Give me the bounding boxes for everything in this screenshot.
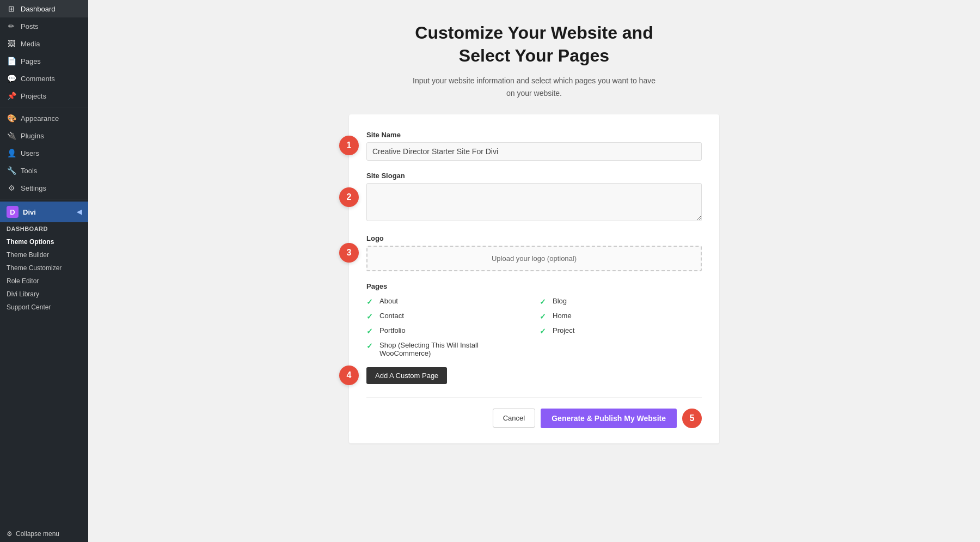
sidebar-item-dashboard[interactable]: ⊞ Dashboard <box>0 0 88 17</box>
support-center-label: Support Center <box>7 303 51 311</box>
check-portfolio-icon: ✓ <box>366 327 375 336</box>
theme-builder-label: Theme Builder <box>7 251 49 259</box>
sidebar-item-theme-options[interactable]: Theme Options <box>0 235 88 248</box>
check-project-icon: ✓ <box>540 327 548 336</box>
pages-label: Pages <box>366 282 702 290</box>
page-shop[interactable]: ✓ Shop (Selecting This Will Install WooC… <box>366 341 529 357</box>
add-custom-wrapper: 4 Add A Custom Page <box>366 367 447 384</box>
publish-button[interactable]: Generate & Publish My Website <box>541 409 677 428</box>
step3-badge: 3 <box>339 243 359 263</box>
media-icon: 🖼 <box>7 39 16 48</box>
site-slogan-label: Site Slogan <box>366 172 702 180</box>
site-slogan-group: 2 Site Slogan <box>366 172 702 223</box>
site-name-group: 1 Site Name <box>366 131 702 161</box>
comments-icon: 💬 <box>7 74 16 83</box>
add-custom-page-button[interactable]: Add A Custom Page <box>366 367 447 384</box>
sidebar-item-settings[interactable]: ⚙ Settings <box>0 179 88 197</box>
sidebar-item-dashboard-label: Dashboard <box>21 5 56 13</box>
collapse-label: Collapse menu <box>16 530 59 538</box>
divi-logo: D <box>7 206 19 218</box>
site-name-label: Site Name <box>366 131 702 139</box>
sidebar-divider-1 <box>0 107 88 107</box>
sidebar-item-theme-builder[interactable]: Theme Builder <box>0 248 88 261</box>
logo-label: Logo <box>366 234 702 242</box>
sidebar-item-projects-label: Projects <box>21 92 46 100</box>
settings-icon: ⚙ <box>7 184 16 192</box>
sidebar-item-posts-label: Posts <box>21 22 39 31</box>
sidebar-item-role-editor[interactable]: Role Editor <box>0 275 88 288</box>
projects-icon: 📌 <box>7 92 16 100</box>
logo-upload-text: Upload your logo (optional) <box>492 254 577 263</box>
check-contact-icon: ✓ <box>366 312 375 321</box>
step5-badge: 5 <box>682 409 702 428</box>
page-project-label: Project <box>553 326 574 334</box>
sidebar-item-projects[interactable]: 📌 Projects <box>0 87 88 105</box>
divi-label: Divi <box>23 208 36 216</box>
step2-badge: 2 <box>339 187 359 207</box>
sidebar-item-tools[interactable]: 🔧 Tools <box>0 162 88 179</box>
divi-header[interactable]: D Divi ◀ <box>0 202 88 222</box>
users-icon: 👤 <box>7 149 16 157</box>
sidebar-item-comments-label: Comments <box>21 75 55 83</box>
page-portfolio-label: Portfolio <box>379 326 406 334</box>
page-title: Customize Your Website andSelect Your Pa… <box>415 22 653 67</box>
page-subtitle: Input your website information and selec… <box>413 75 656 99</box>
sidebar-item-users-label: Users <box>21 149 39 157</box>
logo-group: 3 Logo Upload your logo (optional) <box>366 234 702 271</box>
sidebar-item-theme-customizer[interactable]: Theme Customizer <box>0 261 88 275</box>
page-portfolio[interactable]: ✓ Portfolio <box>366 326 529 336</box>
divi-library-label: Divi Library <box>7 290 39 298</box>
page-project[interactable]: ✓ Project <box>540 326 702 336</box>
sidebar-item-users[interactable]: 👤 Users <box>0 144 88 162</box>
main-content: Customize Your Website andSelect Your Pa… <box>88 0 980 542</box>
pages-grid: ✓ About ✓ Blog ✓ Contact <box>366 297 702 357</box>
page-shop-label: Shop (Selecting This Will Install WooCom… <box>379 341 529 357</box>
sidebar-item-pages[interactable]: 📄 Pages <box>0 52 88 70</box>
logo-upload-area[interactable]: Upload your logo (optional) <box>366 246 702 271</box>
posts-icon: ✏ <box>7 22 16 31</box>
sidebar-item-divi-library[interactable]: Divi Library <box>0 288 88 301</box>
publish-wrapper: Generate & Publish My Website 5 <box>541 409 702 428</box>
sidebar-item-posts[interactable]: ✏ Posts <box>0 17 88 35</box>
sidebar-item-settings-label: Settings <box>21 184 46 192</box>
page-home[interactable]: ✓ Home <box>540 312 702 321</box>
page-contact[interactable]: ✓ Contact <box>366 312 529 321</box>
page-about[interactable]: ✓ About <box>366 297 529 306</box>
site-slogan-input[interactable] <box>366 183 702 221</box>
theme-options-label: Theme Options <box>7 238 54 246</box>
sidebar-item-media-label: Media <box>21 40 40 48</box>
form-footer: Cancel Generate & Publish My Website 5 <box>366 397 702 428</box>
sidebar-item-appearance[interactable]: 🎨 Appearance <box>0 109 88 127</box>
tools-icon: 🔧 <box>7 166 16 175</box>
divi-sub-section: Dashboard Theme Options Theme Builder Th… <box>0 222 88 314</box>
site-name-input[interactable] <box>366 142 702 161</box>
step1-badge: 1 <box>339 136 359 155</box>
cancel-button[interactable]: Cancel <box>493 409 535 428</box>
sidebar-item-support-center[interactable]: Support Center <box>0 301 88 314</box>
divi-sub-header: Dashboard <box>0 222 88 235</box>
sidebar-item-appearance-label: Appearance <box>21 114 59 123</box>
page-contact-label: Contact <box>379 312 404 320</box>
divi-arrow-icon: ◀ <box>77 208 82 216</box>
check-home-icon: ✓ <box>540 312 548 321</box>
sidebar-item-pages-label: Pages <box>21 57 41 65</box>
page-blog[interactable]: ✓ Blog <box>540 297 702 306</box>
sidebar-item-tools-label: Tools <box>21 167 37 175</box>
collapse-icon: ⚙ <box>7 530 13 538</box>
sidebar-item-media[interactable]: 🖼 Media <box>0 35 88 52</box>
sidebar-item-plugins-label: Plugins <box>21 132 44 140</box>
sidebar-item-plugins[interactable]: 🔌 Plugins <box>0 127 88 144</box>
form-card: 1 Site Name 2 Site Slogan 3 Logo Upload … <box>349 114 719 443</box>
sidebar-item-comments[interactable]: 💬 Comments <box>0 70 88 87</box>
page-about-label: About <box>379 297 398 305</box>
sidebar: ⊞ Dashboard ✏ Posts 🖼 Media 📄 Pages 💬 Co… <box>0 0 88 542</box>
appearance-icon: 🎨 <box>7 114 16 123</box>
role-editor-label: Role Editor <box>7 277 39 285</box>
page-home-label: Home <box>553 312 572 320</box>
sidebar-divider-2 <box>0 199 88 199</box>
collapse-menu-button[interactable]: ⚙ Collapse menu <box>0 526 88 542</box>
pages-group: Pages ✓ About ✓ Blog <box>366 282 702 384</box>
page-blog-label: Blog <box>553 297 567 305</box>
check-shop-icon: ✓ <box>366 342 375 350</box>
form-outer: 1 Site Name 2 Site Slogan 3 Logo Upload … <box>349 114 719 443</box>
